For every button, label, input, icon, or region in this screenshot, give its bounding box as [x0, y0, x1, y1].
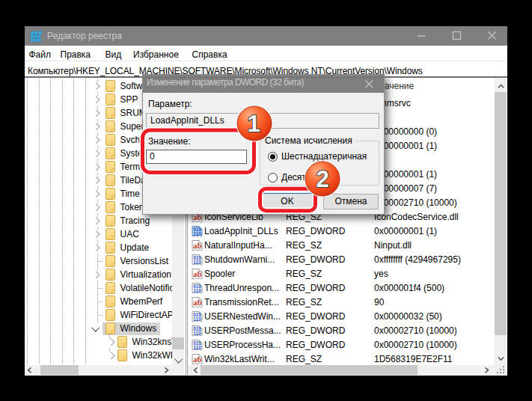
svg-text:1: 1 [247, 111, 260, 137]
svg-text:2: 2 [316, 166, 328, 192]
